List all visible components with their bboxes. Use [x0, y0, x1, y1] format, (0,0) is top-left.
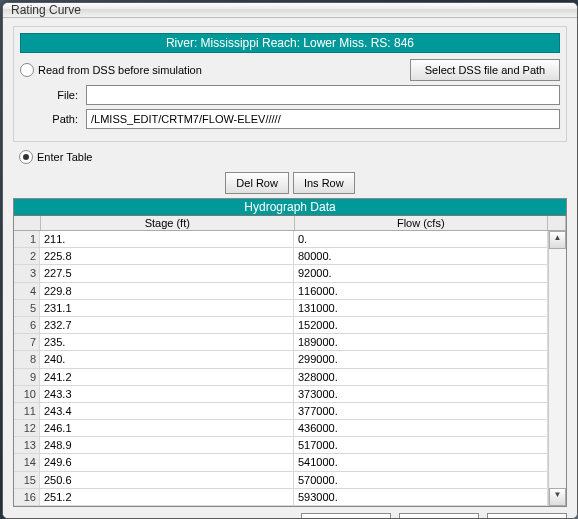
file-input[interactable] — [86, 85, 560, 105]
cell-flow[interactable]: 373000. — [294, 386, 548, 402]
cell-stage[interactable]: 240. — [40, 351, 294, 367]
row-number: 6 — [14, 317, 40, 333]
cell-stage[interactable]: 249.6 — [40, 454, 294, 470]
window-title: Rating Curve — [11, 3, 81, 17]
cell-flow[interactable]: 116000. — [294, 283, 548, 299]
cell-flow[interactable]: 299000. — [294, 351, 548, 367]
cancel-button[interactable]: Cancel — [487, 513, 567, 519]
path-label: Path: — [44, 113, 78, 125]
table-row[interactable]: 10243.3373000. — [14, 386, 548, 403]
cell-flow[interactable]: 570000. — [294, 472, 548, 488]
table-row[interactable]: 9241.2328000. — [14, 369, 548, 386]
table-row[interactable]: 13248.9517000. — [14, 437, 548, 454]
cell-stage[interactable]: 229.8 — [40, 283, 294, 299]
row-number: 13 — [14, 437, 40, 453]
cell-stage[interactable]: 250.6 — [40, 472, 294, 488]
col-stage[interactable]: Stage (ft) — [41, 216, 295, 230]
cell-stage[interactable]: 246.1 — [40, 420, 294, 436]
row-number: 1 — [14, 231, 40, 247]
table-title: Hydrograph Data — [14, 199, 566, 216]
ok-button[interactable]: OK — [399, 513, 479, 519]
content-area: River: Mississippi Reach: Lower Miss. RS… — [3, 18, 577, 519]
read-dss-label: Read from DSS before simulation — [38, 64, 202, 76]
table-body: 1211.0.2225.880000.3227.592000.4229.8116… — [14, 231, 566, 506]
scroll-down-icon[interactable]: ▼ — [549, 488, 566, 506]
row-number: 9 — [14, 369, 40, 385]
row-number: 10 — [14, 386, 40, 402]
table-row[interactable]: 11243.4377000. — [14, 403, 548, 420]
col-flow[interactable]: Flow (cfs) — [295, 216, 549, 230]
vertical-scrollbar[interactable]: ▲ ▼ — [548, 231, 566, 506]
read-dss-radio[interactable] — [20, 63, 34, 77]
cell-stage[interactable]: 232.7 — [40, 317, 294, 333]
table-row[interactable]: 8240.299000. — [14, 351, 548, 368]
del-row-button[interactable]: Del Row — [225, 172, 289, 194]
table-row[interactable]: 15250.6570000. — [14, 472, 548, 489]
cell-flow[interactable]: 131000. — [294, 300, 548, 316]
cell-stage[interactable]: 211. — [40, 231, 294, 247]
row-number: 5 — [14, 300, 40, 316]
row-number: 12 — [14, 420, 40, 436]
cell-flow[interactable]: 436000. — [294, 420, 548, 436]
table-row[interactable]: 12246.1436000. — [14, 420, 548, 437]
table-row[interactable]: 5231.1131000. — [14, 300, 548, 317]
cell-flow[interactable]: 80000. — [294, 248, 548, 264]
file-label: File: — [44, 89, 78, 101]
ins-row-button[interactable]: Ins Row — [293, 172, 355, 194]
cell-stage[interactable]: 231.1 — [40, 300, 294, 316]
enter-table-label: Enter Table — [37, 151, 92, 163]
row-number: 16 — [14, 489, 40, 505]
cell-flow[interactable]: 541000. — [294, 454, 548, 470]
row-number: 4 — [14, 283, 40, 299]
table-row[interactable]: 3227.592000. — [14, 265, 548, 282]
table-row[interactable]: 2225.880000. — [14, 248, 548, 265]
cell-flow[interactable]: 328000. — [294, 369, 548, 385]
table-row[interactable]: 14249.6541000. — [14, 454, 548, 471]
cell-stage[interactable]: 243.4 — [40, 403, 294, 419]
path-input[interactable]: /LMISS_EDIT/CRTM7/FLOW-ELEV///// — [86, 109, 560, 129]
cell-flow[interactable]: 152000. — [294, 317, 548, 333]
cell-stage[interactable]: 243.3 — [40, 386, 294, 402]
scroll-track[interactable] — [549, 249, 566, 488]
cell-flow[interactable]: 517000. — [294, 437, 548, 453]
row-number: 7 — [14, 334, 40, 350]
enter-table-row: Enter Table — [19, 150, 567, 164]
cell-stage[interactable]: 225.8 — [40, 248, 294, 264]
path-row: Path: /LMISS_EDIT/CRTM7/FLOW-ELEV///// — [20, 109, 560, 129]
row-number: 2 — [14, 248, 40, 264]
row-number: 14 — [14, 454, 40, 470]
col-scroll-spacer — [548, 216, 566, 230]
table-row[interactable]: 16251.2593000. — [14, 489, 548, 506]
cell-stage[interactable]: 227.5 — [40, 265, 294, 281]
table-row[interactable]: 7235.189000. — [14, 334, 548, 351]
footer-buttons: Plot Data OK Cancel — [13, 507, 567, 519]
table-row[interactable]: 6232.7152000. — [14, 317, 548, 334]
cell-stage[interactable]: 241.2 — [40, 369, 294, 385]
cell-flow[interactable]: 189000. — [294, 334, 548, 350]
row-number: 11 — [14, 403, 40, 419]
location-banner: River: Mississippi Reach: Lower Miss. RS… — [20, 33, 560, 53]
row-toolbar: Del Row Ins Row — [13, 172, 567, 194]
cell-stage[interactable]: 235. — [40, 334, 294, 350]
row-number: 15 — [14, 472, 40, 488]
table-row[interactable]: 1211.0. — [14, 231, 548, 248]
select-dss-button[interactable]: Select DSS file and Path — [410, 59, 560, 81]
titlebar[interactable]: Rating Curve — [3, 3, 577, 18]
read-dss-row: Read from DSS before simulation Select D… — [20, 59, 560, 81]
hydrograph-table: Hydrograph Data Stage (ft) Flow (cfs) 12… — [13, 198, 567, 507]
cell-flow[interactable]: 593000. — [294, 489, 548, 505]
plot-data-button[interactable]: Plot Data — [301, 513, 391, 519]
scroll-up-icon[interactable]: ▲ — [549, 231, 566, 249]
table-header: Stage (ft) Flow (cfs) — [14, 216, 566, 231]
dialog-window: Rating Curve River: Mississippi Reach: L… — [2, 2, 578, 519]
file-row: File: — [20, 85, 560, 105]
cell-stage[interactable]: 248.9 — [40, 437, 294, 453]
cell-flow[interactable]: 92000. — [294, 265, 548, 281]
table-row[interactable]: 4229.8116000. — [14, 283, 548, 300]
cell-stage[interactable]: 251.2 — [40, 489, 294, 505]
boundary-group: River: Mississippi Reach: Lower Miss. RS… — [13, 26, 567, 142]
cell-flow[interactable]: 377000. — [294, 403, 548, 419]
enter-table-radio[interactable] — [19, 150, 33, 164]
cell-flow[interactable]: 0. — [294, 231, 548, 247]
row-number: 8 — [14, 351, 40, 367]
